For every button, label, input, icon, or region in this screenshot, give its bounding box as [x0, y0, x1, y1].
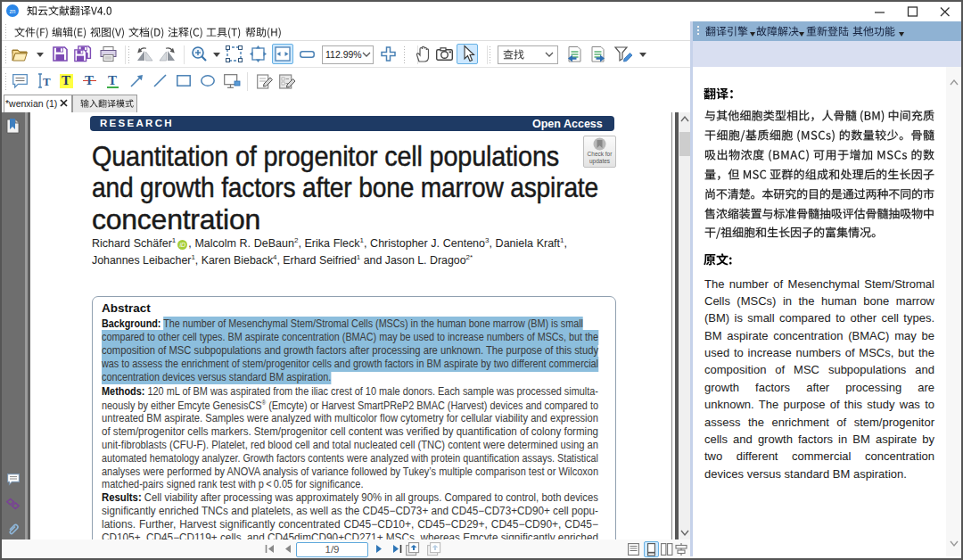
svg-text:T: T	[43, 75, 51, 88]
svg-text:zn: zn	[10, 8, 16, 14]
